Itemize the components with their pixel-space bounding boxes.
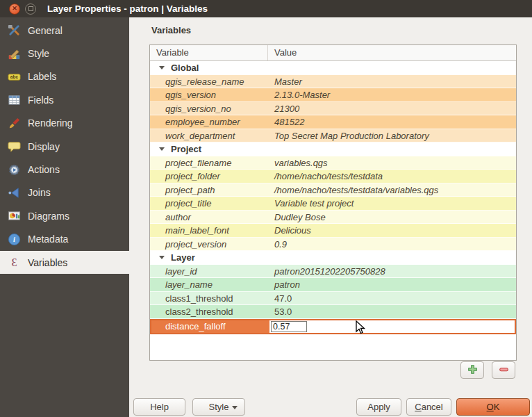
- sidebar-item-label: Rendering: [28, 117, 73, 129]
- table-row-project_title[interactable]: project_titleVariable test project: [150, 197, 516, 211]
- group-label: Project: [171, 142, 201, 156]
- maximize-icon[interactable]: [25, 3, 36, 15]
- variable-value-cell[interactable]: /home/nacho/tests/testdata: [268, 170, 516, 183]
- collapse-triangle-icon[interactable]: [159, 147, 165, 151]
- table-row-layer_name[interactable]: layer_namepatron: [150, 278, 516, 292]
- variable-name-cell[interactable]: project_folder: [150, 170, 268, 183]
- variable-value-cell[interactable]: Top Secret Map Production Laboratory: [268, 129, 516, 142]
- table-row-qgis_release_name[interactable]: qgis_release_nameMaster: [150, 75, 516, 89]
- ok-button[interactable]: OK: [456, 398, 530, 416]
- variable-name-cell[interactable]: class1_threshold: [150, 292, 268, 305]
- chevron-down-icon: [232, 406, 238, 409]
- joins-icon: [6, 186, 22, 199]
- apply-button[interactable]: Apply: [356, 398, 401, 416]
- group-header-layer[interactable]: Layer: [150, 251, 516, 265]
- variables-icon: Ɛ: [6, 256, 22, 270]
- table-row-class2_threshold[interactable]: class2_threshold53.0: [150, 305, 516, 319]
- column-header-value[interactable]: Value: [268, 45, 516, 60]
- variable-value-cell[interactable]: /home/nacho/tests/testdata/variables.qgs: [268, 183, 516, 197]
- style-button-label: Style: [209, 402, 229, 412]
- variable-value-cell[interactable]: 47.0: [268, 292, 516, 305]
- variable-name-cell[interactable]: qgis_version: [150, 88, 268, 101]
- variable-name-cell[interactable]: layer_id: [150, 265, 268, 278]
- sidebar: GeneralStyleabcLabelsFieldsRenderingDisp…: [0, 17, 129, 417]
- variable-name-cell[interactable]: project_filename: [150, 156, 268, 170]
- metadata-icon: i: [6, 232, 22, 246]
- variable-value-cell[interactable]: variables.qgs: [268, 156, 516, 170]
- table-row-author[interactable]: authorDudley Bose: [150, 211, 516, 224]
- actions-icon: [6, 163, 22, 177]
- variable-name-cell[interactable]: qgis_version_no: [150, 102, 268, 115]
- variable-value-cell[interactable]: Delicious: [268, 224, 516, 237]
- collapse-triangle-icon[interactable]: [159, 256, 165, 259]
- window-title: Layer Properties - patron | Variables: [47, 3, 208, 14]
- table-row-project_path[interactable]: project_path/home/nacho/tests/testdata/v…: [150, 183, 516, 197]
- variable-value-cell[interactable]: 2.13.0-Master: [268, 88, 516, 101]
- sidebar-item-joins[interactable]: Joins: [0, 181, 129, 204]
- remove-variable-button[interactable]: [492, 361, 515, 379]
- variable-name-cell[interactable]: employee_number: [150, 115, 268, 129]
- variable-name-cell[interactable]: distance_falloff: [151, 320, 269, 333]
- svg-text:Ɛ: Ɛ: [11, 256, 17, 268]
- table-row-main_label_font[interactable]: main_label_fontDelicious: [150, 224, 516, 238]
- variable-name-cell[interactable]: project_version: [150, 238, 268, 251]
- page-title: Variables: [151, 25, 191, 35]
- sidebar-item-label: Style: [28, 48, 49, 59]
- variable-name-cell[interactable]: work_department: [150, 129, 268, 142]
- svg-text:abc: abc: [10, 74, 18, 79]
- table-row-project_version[interactable]: project_version0.9: [150, 238, 516, 252]
- variable-name-cell[interactable]: project_path: [150, 183, 268, 197]
- variable-value-cell[interactable]: 481522: [268, 115, 516, 129]
- sidebar-item-rendering[interactable]: Rendering: [0, 112, 129, 135]
- variable-name-cell[interactable]: layer_name: [150, 278, 268, 291]
- variable-value-cell[interactable]: 21300: [268, 102, 516, 115]
- table-row-project_folder[interactable]: project_folder/home/nacho/tests/testdata: [150, 170, 516, 183]
- table-row-distance_falloff[interactable]: distance_falloff: [150, 319, 516, 334]
- sidebar-item-label: Variables: [28, 257, 67, 268]
- rendering-icon: [6, 116, 22, 130]
- table-row-project_filename[interactable]: project_filenamevariables.qgs: [150, 156, 516, 170]
- group-header-global[interactable]: Global: [150, 61, 516, 75]
- table-row-work_department[interactable]: work_departmentTop Secret Map Production…: [150, 129, 516, 143]
- column-header-variable[interactable]: Variable: [150, 45, 268, 60]
- add-variable-button[interactable]: [460, 361, 484, 379]
- sidebar-item-metadata[interactable]: iMetadata: [0, 228, 129, 251]
- table-row-qgis_version[interactable]: qgis_version2.13.0-Master: [150, 88, 516, 102]
- content-area: Variables Variable Value Globalqgis_rele…: [129, 17, 532, 417]
- variable-value-cell[interactable]: 53.0: [268, 305, 516, 318]
- group-header-project[interactable]: Project: [150, 142, 516, 156]
- table-row-qgis_version_no[interactable]: qgis_version_no21300: [150, 102, 516, 116]
- variable-name-cell[interactable]: project_title: [150, 197, 268, 210]
- sidebar-item-display[interactable]: Display: [0, 135, 129, 158]
- value-edit-input[interactable]: [271, 321, 307, 332]
- variable-value-cell[interactable]: Dudley Bose: [268, 211, 516, 224]
- sidebar-item-labels[interactable]: abcLabels: [0, 65, 129, 88]
- sidebar-item-variables[interactable]: ƐVariables: [0, 251, 129, 274]
- table-row-class1_threshold[interactable]: class1_threshold47.0: [150, 292, 516, 306]
- style-menu-button[interactable]: Style: [192, 398, 245, 416]
- variable-value-cell[interactable]: patron20151202205750828: [268, 265, 516, 278]
- group-label: Global: [171, 61, 199, 75]
- general-icon: [6, 24, 22, 38]
- titlebar: ✕ Layer Properties - patron | Variables: [0, 0, 532, 17]
- sidebar-item-style[interactable]: Style: [0, 42, 129, 65]
- cancel-button[interactable]: Cancel: [406, 398, 451, 416]
- collapse-triangle-icon[interactable]: [159, 66, 165, 70]
- close-icon[interactable]: ✕: [9, 3, 20, 15]
- table-row-layer_id[interactable]: layer_idpatron20151202205750828: [150, 265, 516, 279]
- help-button[interactable]: Help: [133, 398, 185, 416]
- variable-value-cell[interactable]: Master: [268, 75, 516, 88]
- sidebar-item-fields[interactable]: Fields: [0, 88, 129, 111]
- sidebar-item-actions[interactable]: Actions: [0, 158, 129, 181]
- table-row-employee_number[interactable]: employee_number481522: [150, 115, 516, 129]
- variable-value-cell[interactable]: Variable test project: [268, 197, 516, 210]
- sidebar-item-label: Metadata: [28, 234, 68, 245]
- sidebar-item-general[interactable]: General: [0, 19, 129, 42]
- variable-name-cell[interactable]: author: [150, 211, 268, 224]
- variable-name-cell[interactable]: class2_threshold: [150, 305, 268, 318]
- variable-name-cell[interactable]: qgis_release_name: [150, 75, 268, 88]
- variable-value-cell[interactable]: patron: [268, 278, 516, 291]
- sidebar-item-diagrams[interactable]: Diagrams: [0, 204, 129, 227]
- variable-name-cell[interactable]: main_label_font: [150, 224, 268, 237]
- variable-value-cell[interactable]: 0.9: [268, 238, 516, 251]
